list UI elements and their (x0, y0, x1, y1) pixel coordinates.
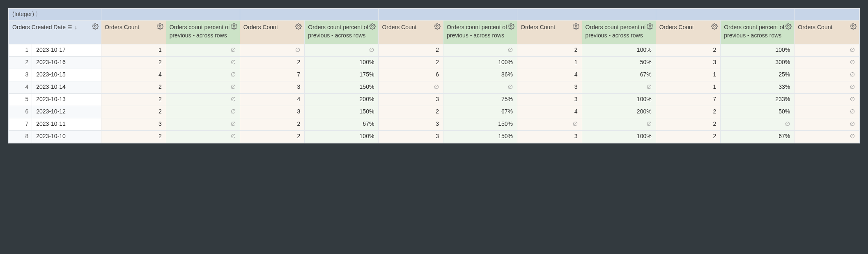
pct-cell[interactable]: 67% (582, 69, 656, 81)
count-cell[interactable]: 2 (101, 56, 166, 69)
col-header-count[interactable]: Orders Count (240, 21, 305, 44)
count-cell[interactable]: 6 (379, 69, 443, 81)
pct-cell[interactable]: 86% (443, 69, 517, 81)
count-cell[interactable]: 2 (240, 130, 305, 143)
row-number-cell[interactable]: 6 (9, 106, 32, 118)
count-cell[interactable]: ∅ (795, 69, 859, 81)
pct-cell[interactable]: 33% (721, 81, 795, 93)
pct-cell[interactable]: 150% (305, 81, 379, 93)
pct-cell[interactable]: ∅ (305, 44, 379, 56)
count-cell[interactable]: 7 (240, 69, 305, 81)
gear-icon[interactable] (785, 23, 792, 30)
count-cell[interactable]: 3 (379, 130, 443, 143)
count-cell[interactable]: 3 (101, 118, 166, 130)
count-cell[interactable]: 3 (240, 106, 305, 118)
gear-icon[interactable] (295, 23, 302, 30)
count-cell[interactable]: 3 (517, 93, 582, 106)
gear-icon[interactable] (850, 23, 857, 30)
gear-icon[interactable] (231, 23, 237, 30)
col-header-count[interactable]: Orders Count (379, 21, 443, 44)
pct-cell[interactable]: 50% (721, 106, 795, 118)
pct-cell[interactable]: 100% (582, 44, 656, 56)
pct-cell[interactable]: 150% (305, 106, 379, 118)
pivot-group[interactable] (240, 9, 379, 21)
count-cell[interactable]: 7 (656, 93, 721, 106)
count-cell[interactable]: 3 (517, 130, 582, 143)
count-cell[interactable]: ∅ (517, 118, 582, 130)
count-cell[interactable]: 2 (656, 118, 721, 130)
date-cell[interactable]: 2023-10-13 (32, 93, 101, 106)
gear-icon[interactable] (573, 23, 579, 30)
row-number-cell[interactable]: 8 (9, 130, 32, 143)
pct-cell[interactable]: ∅ (166, 93, 240, 106)
row-number-cell[interactable]: 2 (9, 56, 32, 69)
count-cell[interactable]: 1 (101, 44, 166, 56)
date-cell[interactable]: 2023-10-14 (32, 81, 101, 93)
gear-icon[interactable] (369, 23, 376, 30)
gear-icon[interactable] (92, 23, 99, 30)
count-cell[interactable]: 2 (517, 44, 582, 56)
col-header-pct[interactable]: Orders count percent of previous - acros… (305, 21, 379, 44)
count-cell[interactable]: 1 (656, 69, 721, 81)
pct-cell[interactable]: ∅ (443, 44, 517, 56)
pct-cell[interactable]: 200% (582, 106, 656, 118)
pivot-group[interactable] (379, 9, 517, 21)
date-cell[interactable]: 2023-10-12 (32, 106, 101, 118)
pivot-group[interactable] (656, 9, 795, 21)
pct-cell[interactable]: 25% (721, 69, 795, 81)
count-cell[interactable]: 2 (379, 44, 443, 56)
count-cell[interactable]: 2 (101, 81, 166, 93)
count-cell[interactable]: 4 (517, 69, 582, 81)
pct-cell[interactable]: 100% (582, 93, 656, 106)
pct-cell[interactable]: ∅ (166, 69, 240, 81)
count-cell[interactable]: 2 (379, 106, 443, 118)
col-header-pct[interactable]: Orders count percent of previous - acros… (582, 21, 656, 44)
count-cell[interactable]: 3 (240, 81, 305, 93)
col-header-count[interactable]: Orders Count (517, 21, 582, 44)
pct-cell[interactable]: 67% (443, 106, 517, 118)
count-cell[interactable]: 4 (101, 69, 166, 81)
gear-icon[interactable] (508, 23, 514, 30)
row-number-cell[interactable]: 7 (9, 118, 32, 130)
count-cell[interactable]: 2 (240, 118, 305, 130)
pct-cell[interactable]: ∅ (582, 81, 656, 93)
pct-cell[interactable]: 67% (721, 130, 795, 143)
col-header-pct[interactable]: Orders count percent of previous - acros… (166, 21, 240, 44)
pct-cell[interactable]: 75% (443, 93, 517, 106)
count-cell[interactable]: 2 (101, 106, 166, 118)
count-cell[interactable]: 2 (656, 130, 721, 143)
count-cell[interactable]: 1 (656, 81, 721, 93)
row-number-cell[interactable]: 3 (9, 69, 32, 81)
count-cell[interactable]: 4 (517, 106, 582, 118)
count-cell[interactable]: ∅ (795, 44, 859, 56)
date-cell[interactable]: 2023-10-11 (32, 118, 101, 130)
pct-cell[interactable]: 175% (305, 69, 379, 81)
pct-cell[interactable]: ∅ (721, 118, 795, 130)
col-header-pct[interactable]: Orders count percent of previous - acros… (721, 21, 795, 44)
pivot-group-label[interactable]: (Integer)〉 (9, 9, 101, 21)
col-header-count[interactable]: Orders Count (795, 21, 859, 44)
count-cell[interactable]: ∅ (795, 130, 859, 143)
pivot-group[interactable] (795, 9, 859, 21)
count-cell[interactable]: 1 (517, 56, 582, 69)
pct-cell[interactable]: ∅ (166, 56, 240, 69)
pct-cell[interactable]: 300% (721, 56, 795, 69)
pct-cell[interactable]: ∅ (166, 118, 240, 130)
pivot-group[interactable] (101, 9, 240, 21)
count-cell[interactable]: 2 (101, 93, 166, 106)
col-header-date[interactable]: Orders Created Date ☰ ↓ (9, 21, 101, 44)
pct-cell[interactable]: ∅ (166, 44, 240, 56)
count-cell[interactable]: ∅ (240, 44, 305, 56)
gear-icon[interactable] (434, 23, 441, 30)
pct-cell[interactable]: ∅ (166, 130, 240, 143)
col-header-pct[interactable]: Orders count percent of previous - acros… (443, 21, 517, 44)
pct-cell[interactable]: ∅ (166, 106, 240, 118)
pct-cell[interactable]: ∅ (166, 81, 240, 93)
count-cell[interactable]: ∅ (379, 81, 443, 93)
count-cell[interactable]: 2 (656, 106, 721, 118)
pivot-group[interactable] (517, 9, 656, 21)
pct-cell[interactable]: 100% (721, 44, 795, 56)
pct-cell[interactable]: 233% (721, 93, 795, 106)
count-cell[interactable]: 3 (656, 56, 721, 69)
count-cell[interactable]: ∅ (795, 81, 859, 93)
